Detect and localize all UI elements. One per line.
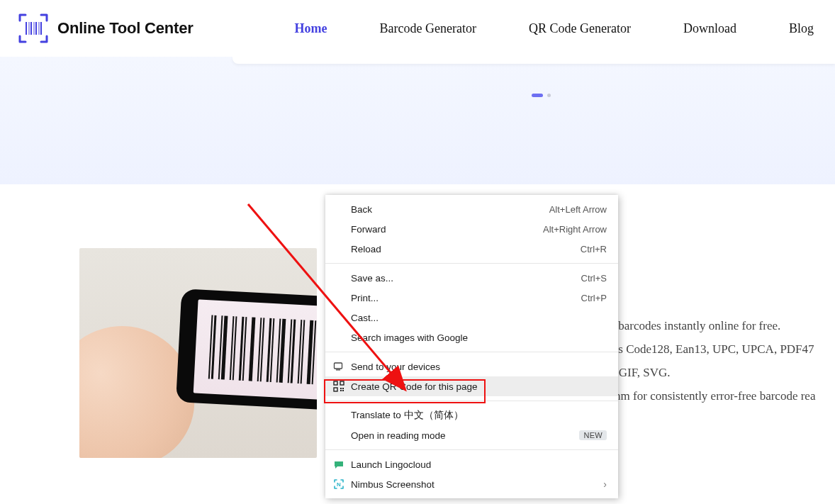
svg-rect-12 — [340, 388, 342, 389]
hero-card-edge — [232, 57, 835, 64]
feature-image — [79, 248, 317, 458]
menu-label: Forward — [351, 224, 543, 235]
menu-shortcut: Alt+Right Arrow — [543, 224, 607, 235]
menu-label: Reload — [351, 244, 581, 254]
menu-shortcut: Alt+Left Arrow — [549, 204, 607, 215]
carousel-dots — [532, 94, 551, 97]
lingocloud-icon — [332, 458, 345, 471]
barcode-graphic — [208, 315, 317, 389]
menu-label: Save as... — [351, 273, 581, 284]
svg-rect-11 — [334, 388, 337, 391]
devices-icon — [332, 360, 345, 373]
qr-code-icon — [332, 380, 345, 393]
menu-shortcut: Ctrl+P — [581, 293, 607, 303]
context-menu-save-as[interactable]: Save as... Ctrl+S — [325, 268, 618, 288]
menu-label: Print... — [351, 293, 581, 303]
menu-shortcut: Ctrl+S — [581, 273, 607, 284]
browser-context-menu: Back Alt+Left Arrow Forward Alt+Right Ar… — [325, 195, 618, 498]
context-menu-reload[interactable]: Reload Ctrl+R — [325, 239, 618, 259]
nav-blog[interactable]: Blog — [789, 21, 814, 36]
phone-graphic — [176, 289, 317, 413]
main-nav: Home Barcode Generator QR Code Generator… — [295, 21, 814, 36]
context-menu-reading-mode[interactable]: Open in reading mode NEW — [325, 425, 618, 445]
menu-label: Launch Lingocloud — [351, 459, 607, 470]
menu-label: Create QR Code for this page — [351, 381, 607, 392]
brand-logo[interactable]: Online Tool Center — [18, 13, 194, 44]
carousel-dot[interactable] — [547, 94, 551, 97]
context-menu-search-images[interactable]: Search images with Google — [325, 327, 618, 347]
context-menu-send-to-devices[interactable]: Send to your devices — [325, 357, 618, 376]
context-menu-nimbus[interactable]: N Nimbus Screenshot › — [325, 474, 618, 494]
nav-barcode-generator[interactable]: Barcode Generator — [380, 21, 476, 36]
site-header: Online Tool Center Home Barcode Generato… — [0, 0, 835, 57]
menu-label: Send to your devices — [351, 362, 607, 372]
brand-name: Online Tool Center — [57, 19, 194, 38]
context-menu-create-qr[interactable]: Create QR Code for this page — [325, 376, 618, 396]
feature-line: rithm for consistently error-free barcod… — [604, 385, 815, 407]
svg-text:N: N — [337, 481, 341, 488]
carousel-dot-active[interactable] — [532, 94, 543, 97]
context-menu-cast[interactable]: Cast... — [325, 308, 618, 327]
feature-line: n as Code128, Ean13, UPC, UPCA, PDF47 — [604, 338, 815, 360]
svg-rect-9 — [334, 381, 337, 385]
nimbus-icon: N — [332, 478, 345, 491]
svg-rect-13 — [342, 388, 344, 389]
svg-rect-8 — [336, 369, 340, 370]
menu-label: Open in reading mode — [351, 430, 573, 441]
nav-qr-code-generator[interactable]: QR Code Generator — [529, 21, 631, 36]
chevron-right-icon: › — [603, 478, 607, 490]
menu-label: Nimbus Screenshot — [351, 479, 603, 490]
nav-home[interactable]: Home — [295, 21, 327, 36]
menu-label: Cast... — [351, 313, 607, 323]
menu-label: Search images with Google — [351, 332, 607, 343]
context-menu-print[interactable]: Print... Ctrl+P — [325, 288, 618, 308]
context-menu-translate[interactable]: Translate to 中文（简体） — [325, 405, 618, 425]
menu-label: Translate to 中文（简体） — [351, 409, 607, 422]
feature-copy: an barcodes instantly online for free. n… — [604, 315, 815, 408]
new-badge: NEW — [579, 430, 607, 440]
svg-rect-15 — [342, 390, 344, 391]
menu-label: Back — [351, 204, 549, 215]
svg-rect-10 — [340, 381, 344, 385]
hero-band — [0, 57, 835, 184]
menu-shortcut: Ctrl+R — [581, 244, 607, 254]
context-menu-lingocloud[interactable]: Launch Lingocloud — [325, 454, 618, 474]
feature-line: an barcodes instantly online for free. — [604, 315, 815, 337]
context-menu-forward[interactable]: Forward Alt+Right Arrow — [325, 219, 618, 239]
svg-rect-7 — [335, 363, 342, 369]
phone-screen — [194, 299, 317, 405]
feature-line: G, GIF, SVG. — [604, 362, 815, 383]
context-menu-back[interactable]: Back Alt+Left Arrow — [325, 199, 618, 219]
svg-rect-14 — [340, 390, 342, 391]
barcode-logo-icon — [18, 13, 49, 44]
nav-download[interactable]: Download — [683, 21, 736, 36]
